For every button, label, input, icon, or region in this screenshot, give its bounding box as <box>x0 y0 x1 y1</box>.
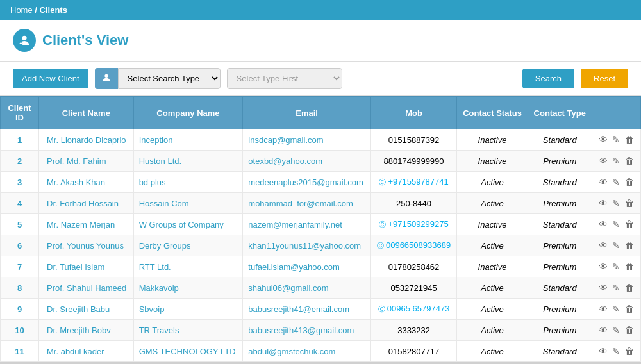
skype-icon: Ⓒ <box>377 242 384 249</box>
cell-status: Active <box>457 193 528 214</box>
cell-mob: 01780258462 <box>370 256 456 277</box>
cell-email: babusreejith413@gmail.com <box>243 320 371 341</box>
cell-id: 7 <box>1 256 39 277</box>
col-header-actions <box>592 97 640 129</box>
reset-button[interactable]: Reset <box>581 69 628 88</box>
view-icon[interactable]: 👁 <box>599 198 608 208</box>
cell-actions: 👁 ✎ 🗑 <box>592 129 640 151</box>
view-icon[interactable]: 👁 <box>599 177 608 187</box>
svg-point-0 <box>22 36 26 40</box>
edit-icon[interactable]: ✎ <box>612 304 620 314</box>
table-row: 1Mr. Lionardo DicaprioInceptioninsdcap@g… <box>1 129 641 151</box>
cell-id: 1 <box>1 129 39 151</box>
edit-icon[interactable]: ✎ <box>612 135 620 145</box>
table-body: 1Mr. Lionardo DicaprioInceptioninsdcap@g… <box>1 129 641 362</box>
cell-email: medeenaplus2015@gmail.com <box>243 172 371 193</box>
edit-icon[interactable]: ✎ <box>612 198 620 208</box>
view-icon[interactable]: 👁 <box>599 219 608 229</box>
cell-name: Prof. Shahul Hameed <box>39 277 134 299</box>
cell-id: 5 <box>1 214 39 235</box>
delete-icon[interactable]: 🗑 <box>625 156 634 166</box>
search-type-select[interactable]: Select Search Type <box>118 68 221 89</box>
cell-id: 10 <box>1 320 39 341</box>
cell-company: TR Travels <box>133 320 243 341</box>
col-header-mob: Mob <box>370 97 456 129</box>
cell-type: Standard <box>528 129 592 151</box>
delete-icon[interactable]: 🗑 <box>625 240 634 251</box>
delete-icon[interactable]: 🗑 <box>625 219 634 229</box>
cell-company: Makkavoip <box>133 277 243 299</box>
cell-actions: 👁 ✎ 🗑 <box>592 320 640 341</box>
table-header-row: Client ID Client Name Company Name Email… <box>1 97 641 129</box>
delete-icon[interactable]: 🗑 <box>625 283 634 293</box>
cell-company: RTT Ltd. <box>133 256 243 277</box>
cell-type: Premium <box>528 256 592 277</box>
cell-id: 8 <box>1 277 39 299</box>
cell-name: Mr. Akash Khan <box>39 172 134 193</box>
svg-point-2 <box>104 74 108 78</box>
cell-mob: 3333232 <box>370 320 456 341</box>
view-icon[interactable]: 👁 <box>599 346 608 356</box>
search-button[interactable]: Search <box>522 69 574 88</box>
view-icon[interactable]: 👁 <box>599 261 608 272</box>
table-row: 2Prof. Md. FahimHuston Ltd.otexbd@yahoo.… <box>1 151 641 172</box>
edit-icon[interactable]: ✎ <box>612 283 620 293</box>
delete-icon[interactable]: 🗑 <box>625 346 634 356</box>
cell-actions: 👁 ✎ 🗑 <box>592 193 640 214</box>
table-row: 6Prof. Younus YounusDerby Groupskhan11yo… <box>1 235 641 256</box>
cell-email: khan11younus11@yahoo.com <box>243 235 371 256</box>
view-icon[interactable]: 👁 <box>599 325 608 335</box>
edit-icon[interactable]: ✎ <box>612 240 620 251</box>
table-row: 3Mr. Akash Khanbd plusmedeenaplus2015@gm… <box>1 172 641 193</box>
cell-name: Mr. abdul kader <box>39 341 134 362</box>
skype-icon: Ⓒ <box>379 178 386 186</box>
view-icon[interactable]: 👁 <box>599 304 608 314</box>
table-row: 8Prof. Shahul HameedMakkavoipshahul06@gm… <box>1 277 641 299</box>
col-header-id: Client ID <box>1 97 39 129</box>
delete-icon[interactable]: 🗑 <box>625 198 634 208</box>
edit-icon[interactable]: ✎ <box>612 177 620 187</box>
nav-separator: / <box>35 5 37 15</box>
view-icon[interactable]: 👁 <box>599 240 608 251</box>
edit-icon[interactable]: ✎ <box>612 219 620 229</box>
delete-icon[interactable]: 🗑 <box>625 261 634 272</box>
cell-status: Inactive <box>457 256 528 277</box>
col-header-company: Company Name <box>133 97 243 129</box>
edit-icon[interactable]: ✎ <box>612 346 620 356</box>
view-icon[interactable]: 👁 <box>599 156 608 166</box>
cell-mob: Ⓒ+971559787741 <box>370 172 456 193</box>
cell-company: Derby Groups <box>133 235 243 256</box>
nav-home-link[interactable]: Home <box>10 5 33 15</box>
edit-icon[interactable]: ✎ <box>612 261 620 272</box>
delete-icon[interactable]: 🗑 <box>625 135 634 145</box>
view-icon[interactable]: 👁 <box>599 135 608 145</box>
cell-actions: 👁 ✎ 🗑 <box>592 341 640 362</box>
cell-name: Dr. Forhad Hossain <box>39 193 134 214</box>
cell-actions: 👁 ✎ 🗑 <box>592 277 640 299</box>
cell-actions: 👁 ✎ 🗑 <box>592 151 640 172</box>
edit-icon[interactable]: ✎ <box>612 156 620 166</box>
edit-icon[interactable]: ✎ <box>612 325 620 335</box>
view-icon[interactable]: 👁 <box>599 283 608 293</box>
delete-icon[interactable]: 🗑 <box>625 325 634 335</box>
cell-mob: 0532721945 <box>370 277 456 299</box>
select-type-first[interactable]: Select Type First <box>227 68 342 89</box>
search-type-icon <box>95 68 118 89</box>
cell-id: 11 <box>1 341 39 362</box>
cell-name: Prof. Younus Younus <box>39 235 134 256</box>
mob-value: 00965 65797473 <box>387 304 450 313</box>
cell-status: Active <box>457 299 528 320</box>
cell-email: babusreejith41@email.com <box>243 299 371 320</box>
cell-type: Standard <box>528 277 592 299</box>
table-row: 7Dr. Tufael IslamRTT Ltd.tufael.islam@ya… <box>1 256 641 277</box>
delete-icon[interactable]: 🗑 <box>625 304 634 314</box>
cell-name: Mr. Lionardo Dicaprio <box>39 129 134 151</box>
cell-id: 6 <box>1 235 39 256</box>
cell-email: nazem@merjanfamily.net <box>243 214 371 235</box>
add-new-client-button[interactable]: Add New Client <box>13 69 88 88</box>
cell-type: Standard <box>528 341 592 362</box>
cell-mob: Ⓒ00965 65797473 <box>370 299 456 320</box>
delete-icon[interactable]: 🗑 <box>625 177 634 187</box>
toolbar: Add New Client Select Search Type Select… <box>0 62 641 96</box>
table-row: 10Dr. Mreejith BobvTR Travelsbabusreejit… <box>1 320 641 341</box>
